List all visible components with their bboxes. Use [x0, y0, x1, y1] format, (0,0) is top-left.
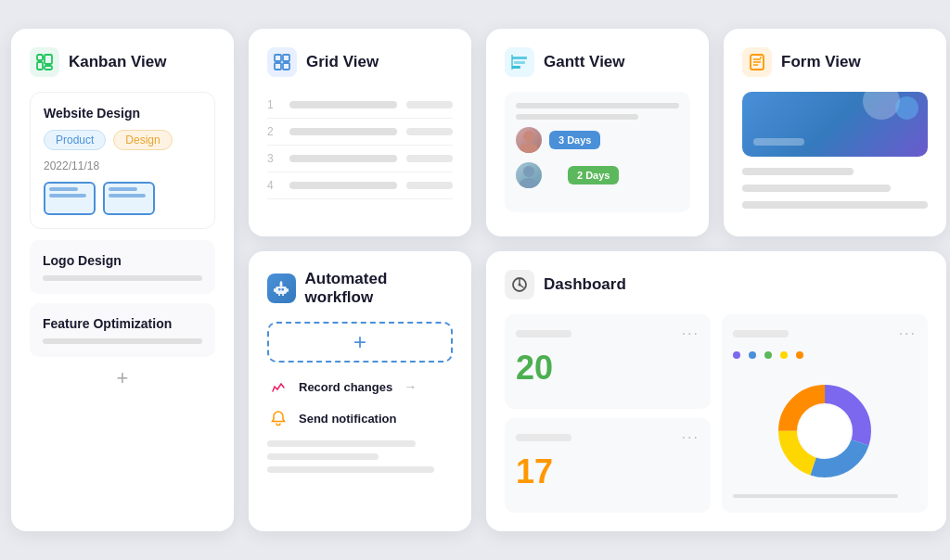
stat-dots-2: ··· — [682, 429, 700, 446]
workflow-add-button[interactable]: + — [267, 322, 453, 363]
donut-panel: ··· — [722, 314, 928, 513]
workflow-bar — [267, 466, 434, 473]
form-field-2 — [742, 185, 891, 192]
gantt-line — [516, 114, 638, 120]
svg-point-32 — [519, 284, 521, 286]
svg-point-26 — [280, 281, 282, 283]
workflow-arrow-1: → — [404, 379, 417, 394]
svg-rect-6 — [275, 63, 281, 70]
stat-dots-1: ··· — [682, 325, 700, 342]
legend-dot-4 — [780, 351, 788, 359]
robot-icon — [267, 274, 296, 303]
gantt-row-1: 3 Days — [516, 127, 679, 153]
donut-chart-area — [733, 368, 917, 494]
form-field-1 — [742, 168, 854, 175]
grid-bar-long — [289, 155, 397, 162]
workflow-step1-label: Record changes — [299, 380, 392, 394]
workflow-bar — [267, 453, 379, 460]
gantt-row-2: 2 Days — [516, 162, 679, 188]
kanban-item2-bar — [43, 275, 202, 281]
tag-product: Product — [44, 130, 106, 150]
kanban-previews — [44, 182, 201, 215]
dashboard-title: Dashboard — [544, 275, 626, 294]
main-container: Kanban View Website Design Product Desig… — [11, 29, 939, 531]
gantt-bar-2: 2 Days — [568, 166, 619, 185]
form-view-card: Form View — [724, 29, 946, 236]
kanban-item2-title: Logo Design — [43, 253, 202, 268]
workflow-step-2: Send notification — [267, 407, 453, 429]
dashboard-stats-panel: ··· 20 ··· 17 — [505, 314, 711, 513]
kanban-title-row: Kanban View — [30, 47, 215, 77]
stat-progress-2 — [516, 496, 700, 502]
svg-rect-7 — [283, 63, 289, 70]
kanban-item1-title: Website Design — [44, 106, 201, 121]
form-circle-1 — [863, 92, 900, 120]
donut-header: ··· — [733, 325, 917, 342]
gantt-icon — [505, 47, 534, 77]
grid-bar-short — [406, 182, 453, 189]
grid-bar-short — [406, 128, 453, 135]
preview-box-1 — [44, 182, 96, 215]
donut-label — [733, 330, 789, 337]
gantt-title-row: Gantt View — [505, 47, 690, 77]
grid-title: Grid View — [306, 53, 379, 71]
preview-line — [109, 194, 146, 197]
svg-rect-30 — [282, 294, 284, 296]
svg-rect-28 — [287, 288, 289, 292]
grid-bar-short — [406, 101, 453, 108]
workflow-bars — [267, 440, 453, 473]
grid-bar-long — [289, 101, 397, 108]
form-circle-2 — [895, 96, 918, 120]
form-title-row: Form View — [742, 47, 928, 77]
dashboard-icon — [505, 270, 534, 299]
grid-view-card: Grid View 1 2 3 4 — [249, 29, 471, 236]
svg-rect-1 — [37, 62, 43, 70]
legend-dot-3 — [764, 351, 772, 359]
svg-point-37 — [799, 405, 851, 457]
stat-number-1: 20 — [516, 351, 700, 385]
donut-legend — [733, 351, 917, 359]
dashboard-inner: ··· 20 ··· 17 — [505, 314, 928, 513]
legend-dot-1 — [733, 351, 740, 359]
grid-icon — [267, 47, 297, 77]
gantt-lines — [516, 103, 679, 120]
form-icon — [742, 47, 772, 77]
svg-rect-27 — [274, 288, 276, 292]
grid-row: 2 — [267, 119, 453, 146]
svg-rect-22 — [276, 286, 287, 294]
avatar-1 — [516, 127, 542, 153]
preview-line — [49, 194, 86, 197]
gantt-view-card: Gantt View 3 Days 2 Days — [486, 29, 709, 236]
svg-rect-3 — [45, 66, 52, 70]
gantt-line — [516, 103, 679, 108]
stat-panel-1-header: ··· — [516, 325, 700, 342]
form-header-image — [742, 92, 928, 157]
kanban-item-2: Logo Design — [30, 240, 215, 294]
svg-rect-21 — [753, 138, 804, 146]
workflow-title-row: Automated workflow — [267, 270, 453, 307]
stat-panel-2: ··· 17 — [505, 418, 711, 513]
svg-rect-23 — [278, 288, 281, 291]
preview-box-2 — [103, 182, 155, 215]
legend-item-2 — [749, 351, 759, 359]
svg-rect-4 — [275, 55, 281, 61]
svg-point-14 — [523, 166, 534, 177]
grid-row: 3 — [267, 146, 453, 172]
stat-label-2 — [516, 434, 571, 441]
grid-bar-short — [406, 155, 453, 162]
kanban-icon — [30, 47, 59, 77]
kanban-item1-tags: Product Design — [44, 130, 201, 150]
stat-label-1 — [516, 330, 571, 337]
stat-panel-2-header: ··· — [516, 429, 700, 446]
legend-item-1 — [733, 351, 743, 359]
svg-rect-8 — [512, 57, 527, 59]
avatar-2 — [516, 162, 542, 188]
stat-progress-1 — [516, 392, 700, 398]
record-changes-icon — [267, 375, 289, 398]
kanban-item-1: Website Design Product Design 2022/11/18 — [30, 92, 215, 229]
kanban-add-button[interactable]: + — [30, 366, 215, 390]
kanban-title: Kanban View — [69, 53, 167, 71]
workflow-step2-label: Send notification — [299, 412, 396, 426]
grid-row: 1 — [267, 92, 453, 119]
workflow-card: Automated workflow + Record changes → Se… — [249, 251, 471, 531]
